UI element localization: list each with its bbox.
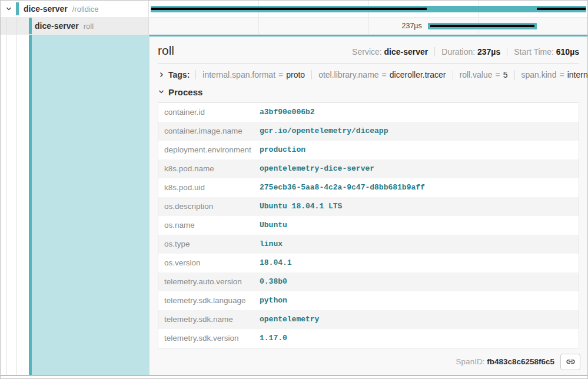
chevron-right-icon[interactable] [158,71,165,78]
process-key: k8s.pod.uid [158,178,260,197]
table-row: telemetry.auto.version0.38b0 [158,272,579,291]
tags-section-toggle[interactable]: Tags: internal.span.format = proto otel.… [158,68,579,81]
timeline-cell-roll: 237µs [149,18,587,34]
process-value: opentelemetry-dice-server [260,159,579,178]
tag-internal-span-format: internal.span.format = proto [195,70,311,79]
tags-label: Tags: [168,70,190,79]
process-key: os.version [158,254,260,272]
link-icon [566,357,576,367]
process-value: gcr.io/opentelemetry/diceapp [260,122,579,141]
span-detail-panel: roll Service: dice-server Duration: 237µ… [149,35,587,375]
process-label: Process [168,87,202,97]
process-key: container.id [158,103,260,122]
process-value: 18.04.1 [260,254,579,272]
span-detail-header: roll Service: dice-server Duration: 237µ… [158,36,579,58]
deep-link-button[interactable] [560,354,580,370]
process-key: k8s.pod.name [158,159,260,178]
span-id-label: SpanID: [456,357,485,366]
process-key: container.image.name [158,122,260,141]
table-row: k8s.pod.nameopentelemetry-dice-server [158,159,579,178]
span-meta: Service: dice-server Duration: 237µs Sta… [346,47,579,56]
span-name-cell-rolldice[interactable]: dice-server /rolldice [1,1,149,17]
process-key: os.name [158,216,260,235]
table-row: container.ida3bf90e006b2 [158,103,579,122]
indent-guide [16,18,16,34]
tag-key: span.kind [521,70,557,79]
tag-key: roll.value [460,70,493,79]
gridline-50 [368,18,369,34]
table-row: os.version18.04.1 [158,254,579,272]
table-row: deployment.environmentproduction [158,141,579,159]
timeline-cell-rolldice [149,1,587,17]
indent-guide [6,35,6,375]
chevron-down-icon[interactable] [5,5,12,12]
header-divider [158,63,579,64]
service-name: dice-server [24,4,68,14]
process-value: 275ecb36-5aa8-4c2a-9c47-d8bb681b9aff [260,178,579,197]
table-row: os.descriptionUbuntu 18.04.1 LTS [158,197,579,216]
process-key: telemetry.sdk.language [158,291,260,310]
meta-service: Service: dice-server [346,47,434,56]
chevron-down-icon[interactable] [158,88,165,95]
tag-value: proto [286,70,305,79]
meta-start-time-value: 610µs [556,47,579,56]
meta-duration: Duration: 237µs [434,47,507,56]
tag-value: internal [567,70,588,79]
span-name-cell-roll[interactable]: dice-server roll [1,18,149,34]
tag-equals: = [278,70,283,79]
tag-equals: = [496,70,500,79]
table-row: container.image.namegcr.io/opentelemetry… [158,122,579,141]
process-key: telemetry.sdk.version [158,329,260,348]
indent-guide [16,35,16,375]
service-name: dice-server [35,21,79,31]
span-bar-self-time-left [151,8,427,10]
operation-name: roll [84,22,94,31]
process-value: 1.17.0 [260,329,579,348]
span-bar-self-time-right [537,8,586,10]
span-detail-footer: SpanID: fb483c8c6258f6c5 [150,348,587,375]
span-bar-rolldice[interactable] [151,6,586,12]
process-value: linux [260,235,579,254]
gridline-25 [258,18,259,34]
span-id: SpanID: fb483c8c6258f6c5 [456,357,554,366]
table-row: telemetry.sdk.nameopentelemetry [158,310,579,329]
table-row: os.typelinux [158,235,579,254]
tag-key: internal.span.format [202,70,275,79]
process-section-toggle[interactable]: Process [158,86,579,98]
process-value: python [260,291,579,310]
span-bar-roll[interactable] [428,23,537,29]
table-row: os.nameUbuntu [158,216,579,235]
bottom-border-strip [1,375,587,378]
process-key: telemetry.sdk.name [158,310,260,329]
span-bar-self-time [430,25,534,27]
process-value: 0.38b0 [260,272,579,291]
table-row: telemetry.sdk.version1.17.0 [158,329,579,348]
span-row-roll[interactable]: dice-server roll 237µs [1,18,587,35]
table-row: telemetry.sdk.languagepython [158,291,579,310]
span-title: roll [158,44,174,58]
process-key: os.type [158,235,260,254]
tag-key: otel.library.name [318,70,378,79]
tag-span-kind: span.kind = internal [514,70,588,79]
process-key: os.description [158,197,260,216]
meta-start-time: Start Time: 610µs [507,47,579,56]
tag-value: 5 [503,70,508,79]
tag-otel-library-name: otel.library.name = diceroller.tracer [311,70,452,79]
meta-duration-label: Duration: [441,47,475,56]
process-value: opentelemetry [260,310,579,329]
span-color-bar [29,18,32,34]
trace-detail-window: dice-server /rolldice dice-server roll 2… [0,0,588,379]
tag-value: diceroller.tracer [390,70,446,79]
span-color-bar [16,2,19,15]
tag-equals: = [559,70,564,79]
tag-equals: = [382,70,387,79]
table-row: k8s.pod.uid275ecb36-5aa8-4c2a-9c47-d8bb6… [158,178,579,197]
meta-start-time-label: Start Time: [514,47,554,56]
tree-gutter [1,35,149,375]
process-value: Ubuntu [260,216,579,235]
process-value: a3bf90e006b2 [260,103,579,122]
selected-span-highlight [32,35,149,375]
process-table: container.ida3bf90e006b2 container.image… [158,102,579,348]
span-row-rolldice[interactable]: dice-server /rolldice [1,1,587,18]
process-value: production [260,141,579,159]
